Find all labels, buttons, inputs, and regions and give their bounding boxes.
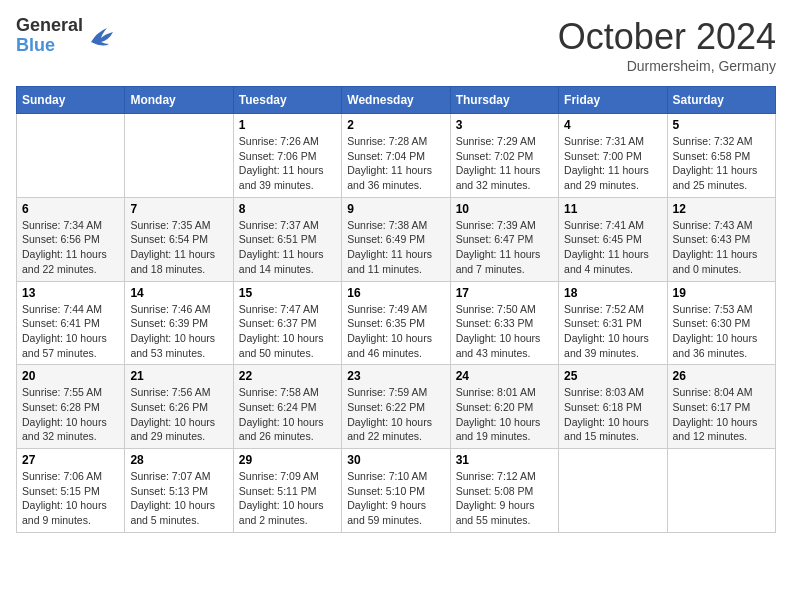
day-info: Sunrise: 7:50 AMSunset: 6:33 PMDaylight:… [456,302,553,361]
day-info: Sunrise: 8:03 AMSunset: 6:18 PMDaylight:… [564,385,661,444]
day-number: 17 [456,286,553,300]
day-info: Sunrise: 7:43 AMSunset: 6:43 PMDaylight:… [673,218,770,277]
day-info: Sunrise: 7:32 AMSunset: 6:58 PMDaylight:… [673,134,770,193]
week-row-1: 1Sunrise: 7:26 AMSunset: 7:06 PMDaylight… [17,114,776,198]
calendar-cell: 15Sunrise: 7:47 AMSunset: 6:37 PMDayligh… [233,281,341,365]
calendar-cell: 3Sunrise: 7:29 AMSunset: 7:02 PMDaylight… [450,114,558,198]
day-number: 11 [564,202,661,216]
day-info: Sunrise: 8:01 AMSunset: 6:20 PMDaylight:… [456,385,553,444]
header-day-monday: Monday [125,87,233,114]
calendar-cell [17,114,125,198]
day-number: 22 [239,369,336,383]
day-number: 24 [456,369,553,383]
day-info: Sunrise: 7:12 AMSunset: 5:08 PMDaylight:… [456,469,553,528]
day-number: 18 [564,286,661,300]
calendar-cell: 9Sunrise: 7:38 AMSunset: 6:49 PMDaylight… [342,197,450,281]
day-info: Sunrise: 7:09 AMSunset: 5:11 PMDaylight:… [239,469,336,528]
day-number: 6 [22,202,119,216]
calendar-cell: 27Sunrise: 7:06 AMSunset: 5:15 PMDayligh… [17,449,125,533]
week-row-2: 6Sunrise: 7:34 AMSunset: 6:56 PMDaylight… [17,197,776,281]
logo-line1: General [16,16,83,36]
calendar-cell: 22Sunrise: 7:58 AMSunset: 6:24 PMDayligh… [233,365,341,449]
day-number: 9 [347,202,444,216]
title-area: October 2024 Durmersheim, Germany [558,16,776,74]
day-info: Sunrise: 7:56 AMSunset: 6:26 PMDaylight:… [130,385,227,444]
day-number: 29 [239,453,336,467]
day-info: Sunrise: 7:29 AMSunset: 7:02 PMDaylight:… [456,134,553,193]
day-info: Sunrise: 7:49 AMSunset: 6:35 PMDaylight:… [347,302,444,361]
calendar-cell: 14Sunrise: 7:46 AMSunset: 6:39 PMDayligh… [125,281,233,365]
calendar-cell: 20Sunrise: 7:55 AMSunset: 6:28 PMDayligh… [17,365,125,449]
day-number: 4 [564,118,661,132]
day-info: Sunrise: 7:41 AMSunset: 6:45 PMDaylight:… [564,218,661,277]
month-title: October 2024 [558,16,776,58]
logo-general: General [16,15,83,35]
calendar-header: SundayMondayTuesdayWednesdayThursdayFrid… [17,87,776,114]
day-number: 10 [456,202,553,216]
day-info: Sunrise: 7:34 AMSunset: 6:56 PMDaylight:… [22,218,119,277]
day-number: 21 [130,369,227,383]
day-info: Sunrise: 7:06 AMSunset: 5:15 PMDaylight:… [22,469,119,528]
calendar-cell [667,449,775,533]
calendar-cell [125,114,233,198]
calendar-cell: 30Sunrise: 7:10 AMSunset: 5:10 PMDayligh… [342,449,450,533]
day-info: Sunrise: 7:07 AMSunset: 5:13 PMDaylight:… [130,469,227,528]
calendar-cell: 29Sunrise: 7:09 AMSunset: 5:11 PMDayligh… [233,449,341,533]
calendar-cell: 25Sunrise: 8:03 AMSunset: 6:18 PMDayligh… [559,365,667,449]
calendar-cell: 31Sunrise: 7:12 AMSunset: 5:08 PMDayligh… [450,449,558,533]
week-row-4: 20Sunrise: 7:55 AMSunset: 6:28 PMDayligh… [17,365,776,449]
calendar-cell: 7Sunrise: 7:35 AMSunset: 6:54 PMDaylight… [125,197,233,281]
day-info: Sunrise: 7:52 AMSunset: 6:31 PMDaylight:… [564,302,661,361]
day-number: 7 [130,202,227,216]
calendar-cell: 18Sunrise: 7:52 AMSunset: 6:31 PMDayligh… [559,281,667,365]
day-number: 3 [456,118,553,132]
day-info: Sunrise: 7:35 AMSunset: 6:54 PMDaylight:… [130,218,227,277]
calendar-cell: 23Sunrise: 7:59 AMSunset: 6:22 PMDayligh… [342,365,450,449]
week-row-3: 13Sunrise: 7:44 AMSunset: 6:41 PMDayligh… [17,281,776,365]
logo: General Blue [16,16,115,56]
calendar-cell: 28Sunrise: 7:07 AMSunset: 5:13 PMDayligh… [125,449,233,533]
calendar-cell: 10Sunrise: 7:39 AMSunset: 6:47 PMDayligh… [450,197,558,281]
day-number: 2 [347,118,444,132]
calendar-cell: 6Sunrise: 7:34 AMSunset: 6:56 PMDaylight… [17,197,125,281]
day-number: 14 [130,286,227,300]
location: Durmersheim, Germany [558,58,776,74]
calendar-cell: 4Sunrise: 7:31 AMSunset: 7:00 PMDaylight… [559,114,667,198]
day-number: 16 [347,286,444,300]
day-number: 20 [22,369,119,383]
day-number: 13 [22,286,119,300]
calendar-body: 1Sunrise: 7:26 AMSunset: 7:06 PMDaylight… [17,114,776,533]
calendar-cell: 8Sunrise: 7:37 AMSunset: 6:51 PMDaylight… [233,197,341,281]
calendar-cell: 12Sunrise: 7:43 AMSunset: 6:43 PMDayligh… [667,197,775,281]
day-info: Sunrise: 7:44 AMSunset: 6:41 PMDaylight:… [22,302,119,361]
week-row-5: 27Sunrise: 7:06 AMSunset: 5:15 PMDayligh… [17,449,776,533]
calendar-cell: 26Sunrise: 8:04 AMSunset: 6:17 PMDayligh… [667,365,775,449]
day-info: Sunrise: 7:55 AMSunset: 6:28 PMDaylight:… [22,385,119,444]
day-number: 5 [673,118,770,132]
day-number: 25 [564,369,661,383]
day-number: 8 [239,202,336,216]
calendar-cell: 5Sunrise: 7:32 AMSunset: 6:58 PMDaylight… [667,114,775,198]
calendar-cell: 19Sunrise: 7:53 AMSunset: 6:30 PMDayligh… [667,281,775,365]
header-day-sunday: Sunday [17,87,125,114]
day-number: 26 [673,369,770,383]
calendar-cell: 1Sunrise: 7:26 AMSunset: 7:06 PMDaylight… [233,114,341,198]
logo-bird-icon [87,24,115,48]
day-info: Sunrise: 7:38 AMSunset: 6:49 PMDaylight:… [347,218,444,277]
calendar-cell: 17Sunrise: 7:50 AMSunset: 6:33 PMDayligh… [450,281,558,365]
day-number: 19 [673,286,770,300]
day-info: Sunrise: 7:37 AMSunset: 6:51 PMDaylight:… [239,218,336,277]
day-number: 27 [22,453,119,467]
day-info: Sunrise: 7:46 AMSunset: 6:39 PMDaylight:… [130,302,227,361]
header-day-friday: Friday [559,87,667,114]
day-number: 23 [347,369,444,383]
calendar-cell: 2Sunrise: 7:28 AMSunset: 7:04 PMDaylight… [342,114,450,198]
day-number: 15 [239,286,336,300]
calendar-cell: 11Sunrise: 7:41 AMSunset: 6:45 PMDayligh… [559,197,667,281]
day-number: 12 [673,202,770,216]
day-info: Sunrise: 7:26 AMSunset: 7:06 PMDaylight:… [239,134,336,193]
day-info: Sunrise: 7:59 AMSunset: 6:22 PMDaylight:… [347,385,444,444]
calendar-cell: 21Sunrise: 7:56 AMSunset: 6:26 PMDayligh… [125,365,233,449]
calendar-cell [559,449,667,533]
header-row: SundayMondayTuesdayWednesdayThursdayFrid… [17,87,776,114]
